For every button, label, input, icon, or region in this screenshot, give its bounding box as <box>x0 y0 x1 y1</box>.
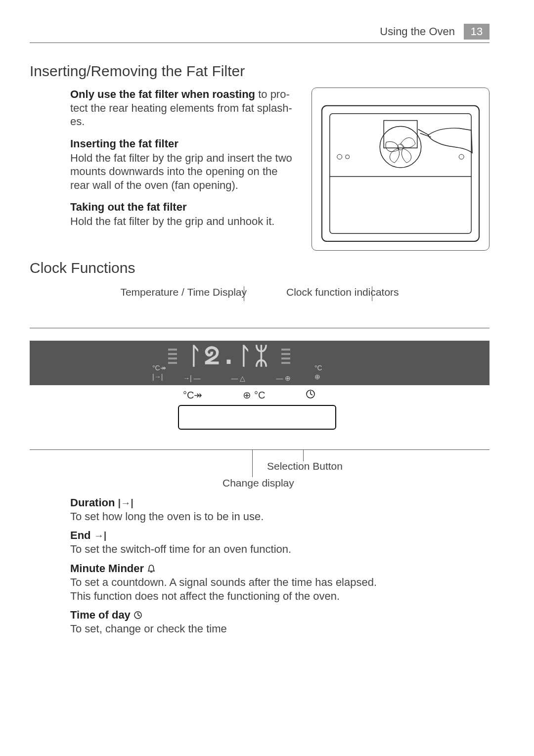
section-title-fat-filter: Inserting/Removing the Fat Filter <box>30 63 490 80</box>
degc-fast-icon: °C↠ <box>183 389 202 401</box>
clock-icon: ⊕ <box>314 372 322 381</box>
duration-icon: |→| <box>118 497 134 508</box>
header-section-name: Using the Oven <box>380 25 455 38</box>
inserting-body: Hold the fat filter by the grip and inse… <box>70 151 298 192</box>
function-desc-tod: To set, change or check the time <box>70 623 227 635</box>
clock-degc-icon: ⊕ °C <box>243 389 265 401</box>
function-end: End →| To set the switch-off time for an… <box>70 529 490 556</box>
section-title-clock: Clock Functions <box>30 260 490 276</box>
bell-small-icon: — △ <box>231 374 246 382</box>
segment-bars-right-icon <box>281 349 290 364</box>
sub-heading-inserting: Inserting the fat filter <box>70 137 298 150</box>
function-time-of-day: Time of day To set, change or check the … <box>70 608 490 636</box>
sub-heading-removing: Taking out the fat filter <box>70 201 298 214</box>
callout-line-icon <box>372 286 372 301</box>
end-icon: →| <box>94 531 107 541</box>
label-selection-button: Selection Button <box>267 460 343 472</box>
clock-diagram: Temperature / Time Display Clock functio… <box>30 286 490 489</box>
fat-filter-warning-strong: Only use the fat filter when roasting <box>70 88 255 100</box>
svg-point-10 <box>346 155 350 159</box>
removing-body: Hold the fat filter by the grip and un­h… <box>70 215 298 228</box>
divider-line <box>30 449 490 450</box>
function-desc-end: To set the switch-off time for an oven f… <box>70 543 291 555</box>
svg-point-3 <box>337 154 342 159</box>
fat-filter-warning: Only use the fat filter when roasting to… <box>70 88 298 129</box>
end-small-icon: →| — <box>183 374 201 382</box>
callout-line-icon <box>252 449 253 477</box>
svg-line-17 <box>138 615 140 616</box>
divider-line <box>30 328 490 328</box>
oven-illustration <box>312 88 490 251</box>
function-desc-minute-2: This function does not affect the functi… <box>70 590 340 602</box>
callout-line-icon <box>244 286 244 301</box>
duration-icon: |→| <box>152 372 166 381</box>
function-minute-minder: Minute Minder To set a countdown. A sign… <box>70 562 490 603</box>
function-name-tod: Time of day <box>70 609 131 621</box>
degc-fast-icon: °C↠ <box>152 363 166 372</box>
svg-point-5 <box>380 127 421 168</box>
page-header: Using the Oven 13 <box>30 24 490 43</box>
function-name-duration: Duration <box>70 496 115 509</box>
svg-line-13 <box>311 394 312 395</box>
function-desc-minute-1: To set a countdown. A signal sounds afte… <box>70 576 377 588</box>
right-indicator-symbols: °C ⊕ <box>314 363 322 381</box>
label-temp-time-display: Temperature / Time Display <box>120 286 247 298</box>
function-name-minute: Minute Minder <box>70 562 144 575</box>
clock-small-icon: — ⊕ <box>276 374 291 382</box>
selection-button <box>178 405 336 430</box>
clock-icon <box>134 610 142 621</box>
label-change-display: Change display <box>222 477 294 489</box>
seven-segment-display: ᛚᘖ.ᛚᛯ <box>188 342 270 370</box>
function-desc-duration: To set how long the oven is to be in use… <box>70 510 264 523</box>
function-duration: Duration |→| To set how long the oven is… <box>70 496 490 524</box>
svg-rect-1 <box>330 114 471 234</box>
page-number-badge: 13 <box>464 24 490 40</box>
clock-select-icon <box>306 389 315 401</box>
svg-line-9 <box>420 133 431 137</box>
label-clock-indicators: Clock function indicators <box>286 286 399 298</box>
left-indicator-symbols: °C↠ |→| <box>152 363 166 381</box>
degc-icon: °C <box>314 363 322 372</box>
function-name-end: End <box>70 529 91 541</box>
svg-point-4 <box>459 154 464 159</box>
bell-icon <box>147 563 156 574</box>
segment-bars-left-icon <box>168 349 177 364</box>
callout-line-icon <box>303 449 304 461</box>
control-panel: °C↠ |→| ᛚᘖ.ᛚᛯ °C ⊕ →| — — △ <box>30 341 490 385</box>
